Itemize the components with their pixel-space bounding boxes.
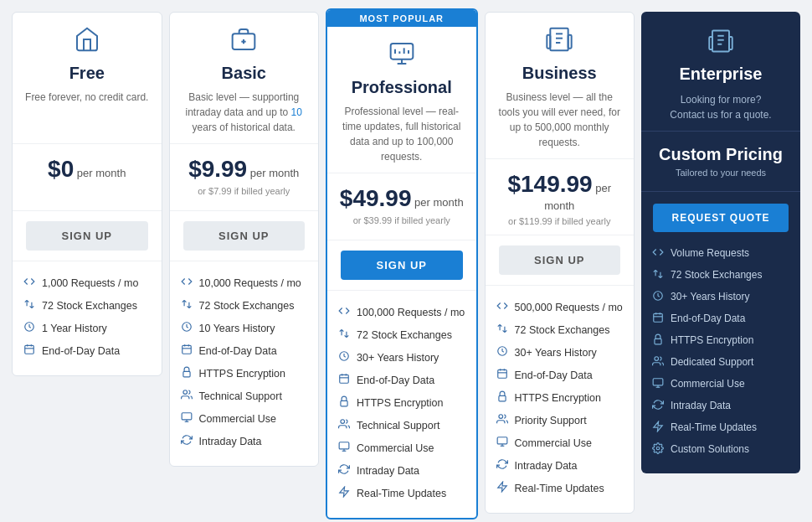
enterprise-feature-text: End-of-Day Data (671, 313, 745, 324)
highlight-text: 10 (291, 106, 302, 118)
signup-button[interactable]: SIGN UP (183, 221, 306, 251)
feature-icon (23, 276, 36, 290)
enterprise-icon (651, 28, 790, 59)
plan-icon (180, 26, 309, 59)
enterprise-feature-text: Intraday Data (671, 400, 731, 411)
plan-price: $0 per month (23, 156, 152, 183)
custom-pricing-title: Custom Pricing (651, 145, 790, 164)
signup-button[interactable]: SIGN UP (341, 251, 463, 280)
feature-item: Intraday Data (180, 430, 309, 452)
feature-icon (337, 463, 351, 478)
feature-text: 10,000 Requests / mo (199, 277, 301, 289)
features-list: 1,000 Requests / mo 72 Stock Exchanges 1… (13, 261, 162, 375)
plan-header: Basic Basic level — supporting intraday … (170, 13, 319, 144)
enterprise-header: Enterprise Looking for more?Contact us f… (641, 12, 800, 132)
plan-price-section: $9.99 per month or $7.99 if billed yearl… (170, 144, 319, 211)
svg-rect-13 (182, 371, 189, 376)
feature-icon (23, 344, 36, 358)
feature-text: 1 Year History (42, 323, 107, 334)
feature-item: 10,000 Requests / mo (180, 271, 309, 294)
feature-item: 30+ Years History (496, 341, 624, 364)
feature-icon (23, 321, 36, 335)
enterprise-feature-item: Real-Time Updates (651, 416, 790, 438)
svg-rect-64 (655, 339, 661, 344)
feature-text: HTTPS Encryption (357, 397, 444, 409)
feature-item: Intraday Data (496, 454, 624, 477)
plan-desc: Basic level — supporting intraday data a… (180, 90, 309, 135)
plan-icon (23, 26, 152, 59)
feature-text: Technical Support (357, 420, 439, 432)
enterprise-feature-icon (651, 246, 665, 261)
plan-name: Professional (337, 78, 466, 97)
svg-rect-57 (709, 37, 712, 49)
feature-item: End-of-Day Data (23, 339, 152, 362)
feature-text: Technical Support (199, 390, 282, 402)
feature-icon (180, 434, 193, 448)
plan-card-professional: MOST POPULAR Professional Professional l… (326, 8, 478, 519)
svg-marker-69 (654, 421, 663, 432)
enterprise-pricing: Custom Pricing Tailored to your needs (641, 132, 800, 192)
feature-text: Real-Time Updates (357, 488, 446, 499)
svg-marker-52 (497, 482, 506, 492)
feature-text: Priority Support (515, 415, 587, 426)
feature-text: 72 Stock Exchanges (42, 300, 137, 312)
plan-name: Free (23, 64, 152, 83)
enterprise-feature-item: Custom Solutions (651, 438, 790, 460)
plan-header: Business Business level — all the tools … (486, 13, 635, 159)
enterprise-feature-icon (651, 333, 665, 348)
plan-price-section: $49.99 per month or $39.99 if billed yea… (327, 173, 476, 240)
feature-text: Intraday Data (515, 460, 578, 472)
plan-card-free: Free Free forever, no credit card. $0 pe… (12, 12, 162, 376)
feature-text: End-of-Day Data (42, 345, 120, 357)
feature-icon (496, 390, 509, 405)
enterprise-feature-text: 72 Stock Exchanges (671, 269, 762, 281)
feature-icon (23, 298, 36, 313)
feature-icon (496, 345, 509, 359)
svg-rect-49 (497, 437, 507, 444)
feature-item: HTTPS Encryption (337, 391, 466, 414)
signup-section: SIGN UP (13, 211, 162, 261)
signup-button[interactable]: SIGN UP (26, 221, 148, 251)
features-list: 10,000 Requests / mo 72 Stock Exchanges … (170, 261, 319, 466)
price-yearly: or $119.99 if billed yearly (496, 216, 624, 226)
feature-text: Commercial Use (515, 437, 592, 449)
plan-header: Free Free forever, no credit card. (13, 13, 162, 144)
price-amount: $9.99 (188, 156, 247, 182)
feature-text: End-of-Day Data (515, 370, 593, 381)
svg-point-48 (498, 415, 502, 419)
signup-button[interactable]: SIGN UP (499, 245, 621, 275)
feature-text: Commercial Use (357, 442, 434, 454)
enterprise-feature-icon (651, 377, 665, 391)
feature-icon (337, 441, 351, 455)
feature-item: 500,000 Requests / mo (496, 296, 624, 318)
features-list: 500,000 Requests / mo 72 Stock Exchanges… (486, 286, 635, 513)
feature-icon (180, 389, 193, 403)
feature-text: 72 Stock Exchanges (515, 324, 610, 336)
price-amount: $0 (48, 156, 74, 182)
feature-text: Intraday Data (357, 465, 419, 477)
feature-icon (180, 298, 193, 313)
feature-item: 72 Stock Exchanges (337, 323, 466, 346)
price-amount: $49.99 (340, 185, 412, 211)
svg-point-70 (656, 447, 660, 450)
feature-text: HTTPS Encryption (199, 368, 286, 380)
plan-desc: Free forever, no credit card. (23, 90, 152, 135)
plan-icon (337, 40, 466, 73)
feature-item: 72 Stock Exchanges (180, 294, 309, 317)
enterprise-feature-icon (651, 290, 665, 304)
feature-text: End-of-Day Data (199, 345, 277, 357)
feature-icon (180, 321, 193, 335)
feature-item: 100,000 Requests / mo (337, 301, 466, 323)
custom-pricing-sub: Tailored to your needs (651, 168, 790, 178)
feature-text: 30+ Years History (515, 347, 597, 359)
plan-price-section: $149.99 per month or $119.99 if billed y… (486, 159, 635, 235)
plan-price: $9.99 per month (180, 156, 309, 183)
plan-desc: Business level — all the tools you will … (496, 90, 624, 150)
enterprise-feature-text: Custom Solutions (671, 443, 749, 455)
svg-rect-30 (341, 401, 347, 406)
svg-point-65 (655, 356, 659, 360)
feature-text: 10 Years History (199, 323, 275, 334)
plan-desc: Professional level — real-time updates, … (337, 104, 466, 164)
plan-card-basic: Basic Basic level — supporting intraday … (169, 12, 320, 467)
request-quote-button[interactable]: REQUEST QUOTE (653, 204, 789, 232)
